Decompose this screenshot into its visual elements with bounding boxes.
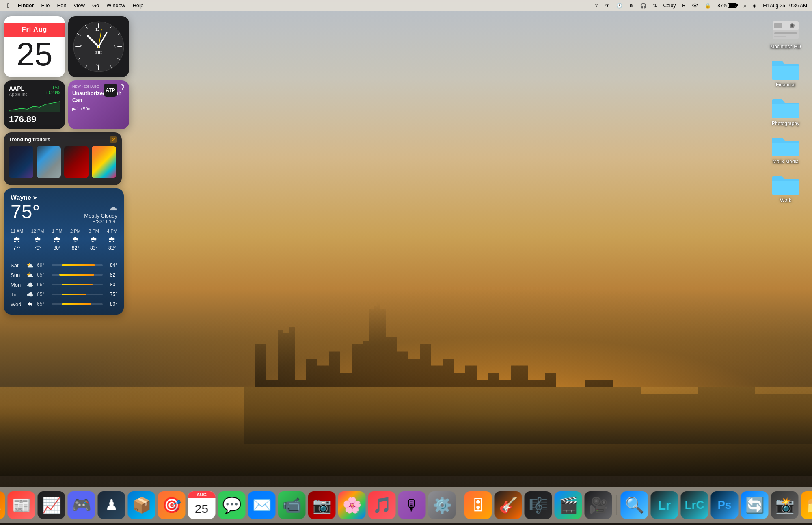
desktop-icon-macintosh-hd[interactable]: Macintosh HD <box>767 16 804 51</box>
dock-stocks[interactable]: 📈 <box>38 491 65 519</box>
datetime-label[interactable]: Fri Aug 25 10:36 AM <box>761 2 809 9</box>
apple-menu[interactable]:  <box>3 2 14 9</box>
trailer-thumb-1[interactable] <box>9 146 33 178</box>
stocks-symbol: AAPL <box>9 85 29 92</box>
help-menu[interactable]: Help <box>129 2 147 9</box>
dock-messages[interactable]: 💬 <box>218 491 246 519</box>
clock-widget[interactable]: 12 3 6 9 PHI <box>68 16 129 77</box>
search-icon[interactable]: ⌕ <box>742 2 748 9</box>
dock-lightroom-classic[interactable]: Lr <box>651 491 678 519</box>
photography-label: Photography <box>772 121 799 126</box>
podcast-duration: ▶ 1h 59m <box>72 106 125 112</box>
financial-folder-icon <box>771 57 800 80</box>
dock-logic[interactable]: 🎼 <box>525 491 552 519</box>
svg-point-4 <box>791 24 793 27</box>
edit-menu[interactable]: Edit <box>54 2 69 9</box>
dock-photos[interactable]: 🌸 <box>338 491 366 519</box>
display-icon[interactable]: 🖥 <box>627 2 635 9</box>
screentime-icon[interactable]: 👁 <box>603 2 611 9</box>
calendar-month: Fri Aug <box>4 23 65 37</box>
svg-rect-6 <box>774 36 786 37</box>
desktop-icon-financial[interactable]: Financial <box>767 55 804 89</box>
trailers-title: Trending trailers <box>9 136 50 143</box>
dock-photobooth[interactable]: 📷 <box>308 491 336 519</box>
desktop-icon-work[interactable]: Work <box>767 171 804 205</box>
financial-label: Financial <box>776 82 795 88</box>
desktop-icons-area: Macintosh HD Financial Photography <box>767 16 804 205</box>
calendar-day-number: 25 <box>17 38 53 71</box>
battery-percent-label: 87% <box>717 3 727 9</box>
dock-focaltask[interactable]: 🎯 <box>158 491 186 519</box>
daily-sun: Sun ⛅ 65° 82° <box>11 270 117 280</box>
dock-imovie[interactable]: 🎬 <box>555 491 582 519</box>
dock-screenium[interactable]: 📸 <box>771 491 799 519</box>
dock-calendar[interactable]: AUG 25 <box>188 491 216 519</box>
dock-system-prefs[interactable]: ⚙️ <box>428 491 456 519</box>
hd-icon-graphic <box>771 18 800 42</box>
dock-news[interactable]: 📰 <box>8 491 35 519</box>
weather-right: ☁ Mostly Cloudy H:83° L:69° <box>84 202 117 225</box>
trailers-widget[interactable]: Trending trailers tv <box>4 132 122 185</box>
dock-filebrowser[interactable]: 📁 <box>801 491 812 519</box>
dock-migrate[interactable]: 🔄 <box>741 491 769 519</box>
daily-sat: Sat ⛅ 69° 84° <box>11 260 117 270</box>
dock-podcasts[interactable]: 🎙 <box>398 491 426 519</box>
trailers-header: Trending trailers tv <box>9 136 117 143</box>
trailer-thumb-4[interactable] <box>92 146 116 178</box>
dock-finalcut[interactable]: 🎥 <box>585 491 612 519</box>
siri-icon[interactable]: ◈ <box>751 2 758 9</box>
clock-menu-icon[interactable]: 🕐 <box>615 2 624 9</box>
window-menu[interactable]: Window <box>103 2 128 9</box>
dock-copilot[interactable]: 📦 <box>128 491 155 519</box>
podcast-mic-icon: 🎙 <box>119 84 126 97</box>
dock-steam[interactable]: ♟ <box>98 491 125 519</box>
desktop-icon-malix-media[interactable]: Malix Media <box>767 132 804 166</box>
finder-menu[interactable]: Finder <box>15 2 37 9</box>
svg-text:12: 12 <box>95 27 100 32</box>
dock-facetime[interactable]: 📹 <box>278 491 306 519</box>
appletv-icon: tv <box>110 136 117 143</box>
dock-photoshop[interactable]: Ps <box>711 491 739 519</box>
stocks-chart <box>9 98 60 112</box>
dock-nuage[interactable]: 🎛 <box>464 491 492 519</box>
dock-discord[interactable]: 🎮 <box>68 491 95 519</box>
weather-location: Wayne ➤ <box>11 194 117 201</box>
dock-garageband[interactable]: 🎸 <box>495 491 522 519</box>
wifi-icon[interactable] <box>690 2 700 9</box>
battery-indicator[interactable]: 87% <box>716 2 739 9</box>
calendar-widget[interactable]: Fri Aug 25 <box>4 16 65 77</box>
podcast-widget[interactable]: ATP 🎙 NEW · 20H AGO Unauthorized Trash C… <box>68 80 129 129</box>
hd-label: Macintosh HD <box>770 44 801 50</box>
airpods-icon[interactable]: 🎧 <box>639 2 648 9</box>
file-menu[interactable]: File <box>38 2 53 9</box>
vpn-icon[interactable]: 🔒 <box>703 2 713 9</box>
view-menu[interactable]: View <box>70 2 88 9</box>
bluetooth-icon[interactable]: B <box>680 2 687 9</box>
trailer-thumb-2[interactable] <box>37 146 61 178</box>
dock-proxyman[interactable]: 🔍 <box>621 491 648 519</box>
dock-firefox[interactable]: 🦊 <box>0 491 5 519</box>
malix-folder-icon <box>771 134 800 157</box>
airdrop-icon[interactable]: ⇪ <box>593 2 600 9</box>
stocks-widget[interactable]: AAPL Apple Inc. +0.51 +0.29% 176.89 <box>4 80 65 129</box>
controls-icon[interactable]: ⇅ <box>651 2 659 9</box>
go-menu[interactable]: Go <box>89 2 102 9</box>
stocks-company: Apple Inc. <box>9 92 29 97</box>
stocks-price: 176.89 <box>9 114 60 125</box>
dock-music[interactable]: 🎵 <box>368 491 396 519</box>
dock-lightroom-cc[interactable]: LrC <box>681 491 708 519</box>
svg-text:3: 3 <box>113 44 116 49</box>
svg-text:6: 6 <box>96 62 99 67</box>
hour-item-5: 3 PM 🌧 83° <box>89 229 99 251</box>
hour-item-6: 4 PM 🌧 82° <box>107 229 117 251</box>
weather-widget[interactable]: Wayne ➤ 75° ☁ Mostly Cloudy H:83° L:69° <box>4 188 124 315</box>
trailer-thumb-3[interactable] <box>64 146 89 178</box>
username-label[interactable]: Colby <box>662 2 678 9</box>
photography-folder-icon <box>771 95 800 119</box>
hour-item-4: 2 PM 🌧 82° <box>70 229 81 251</box>
work-label: Work <box>780 197 791 203</box>
desktop-icon-photography[interactable]: Photography <box>767 94 804 128</box>
svg-rect-2 <box>774 23 782 28</box>
daily-forecast: Sat ⛅ 69° 84° Sun ⛅ 65° 82° Mon ☁️ <box>11 260 117 309</box>
dock-mail[interactable]: ✉️ <box>248 491 276 519</box>
